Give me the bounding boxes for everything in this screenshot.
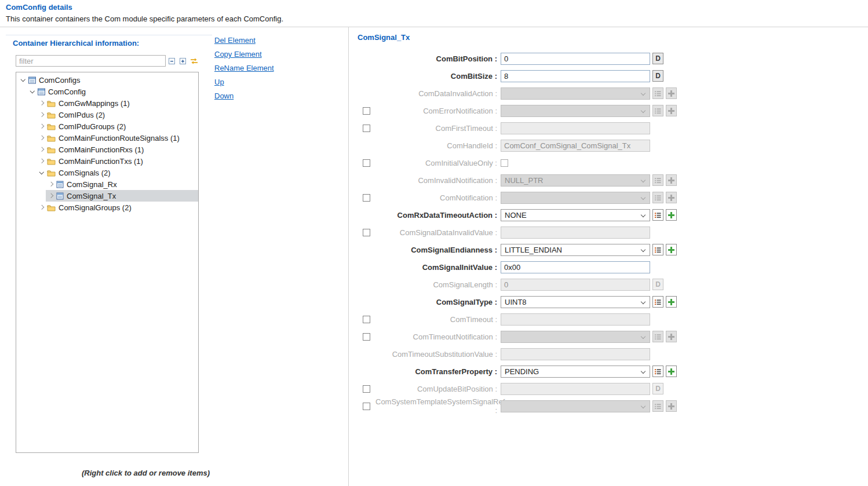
comtransferproperty-value: PENDING: [505, 367, 539, 376]
comsignalendianness-add-icon[interactable]: [666, 244, 677, 255]
comsignaltype-select[interactable]: UINT8: [501, 296, 650, 308]
comfirsttimeout-enable-checkbox[interactable]: [363, 125, 370, 132]
tree-item-comsignals-2[interactable]: ComSignals (2): [16, 167, 198, 178]
copy-element-link[interactable]: Copy Element: [214, 50, 262, 59]
field-row-comhandleid: ComHandleId :: [363, 137, 865, 154]
tree-item-commainfunctionrxs-1[interactable]: ComMainFunctionRxs (1): [16, 144, 198, 155]
filter-input[interactable]: [16, 55, 166, 67]
field-row-comupdatebitposition: ComUpdateBitPosition :D: [363, 380, 865, 397]
comnotification-label: ComNotification :: [375, 193, 497, 202]
combitposition-input[interactable]: [501, 53, 650, 65]
comtimeout-enable-checkbox[interactable]: [363, 316, 370, 323]
tree-item-body: ComGwMappings (1): [37, 97, 198, 109]
folder-icon: [47, 111, 56, 119]
cominitialvalueonly-enable-checkbox[interactable]: [363, 159, 370, 167]
comfirsttimeout-label: ComFirstTimeout :: [375, 124, 497, 133]
chevron-right-icon[interactable]: [37, 206, 46, 209]
combitsize-default-button[interactable]: D: [652, 70, 663, 82]
chevron-right-icon[interactable]: [37, 101, 46, 105]
chevron-down-icon[interactable]: [19, 79, 27, 81]
tree-item-comsignalgroups-2[interactable]: ComSignalGroups (2): [16, 202, 198, 213]
chevron-down-icon: [641, 299, 645, 304]
comrxdatatimeoutaction-select[interactable]: NONE: [501, 209, 650, 221]
chevron-right-icon[interactable]: [46, 194, 55, 198]
field-row-comrxdatatimeoutaction: ComRxDataTimeoutAction :NONE: [363, 206, 865, 224]
comrxdatatimeoutaction-add-icon[interactable]: [666, 209, 677, 221]
checkbox-cell: [363, 194, 375, 202]
tree-item-commainfunctionroutesignalss-1[interactable]: ComMainFunctionRouteSignalss (1): [16, 132, 198, 144]
comtimeoutnotification-select: [501, 331, 650, 343]
checkbox-cell: [363, 229, 375, 236]
comdatainvalidaction-list-icon: [652, 87, 663, 99]
tree-item-comsignal-tx[interactable]: ComSignal_Tx: [16, 190, 198, 202]
comtransferproperty-add-icon[interactable]: [666, 366, 677, 377]
comtransferproperty-select[interactable]: PENDING: [501, 366, 650, 378]
comsystemtemplatesystemsignalref-label: ComSystemTemplateSystemSignalRef :: [375, 397, 497, 415]
module-icon: [28, 76, 36, 84]
tree-item-comconfig[interactable]: ComConfig: [16, 86, 198, 97]
combitsize-input[interactable]: [501, 70, 650, 82]
rename-element-link[interactable]: ReName Element: [214, 64, 274, 72]
tree-indent: [16, 167, 37, 178]
tree-item-comsignal-rx[interactable]: ComSignal_Rx: [16, 178, 198, 190]
comsignalendianness-select[interactable]: LITTLE_ENDIAN: [501, 244, 650, 256]
comsystemtemplatesystemsignalref-enable-checkbox[interactable]: [363, 403, 370, 410]
combitsize-label: ComBitSize :: [375, 72, 497, 81]
comnotification-enable-checkbox[interactable]: [363, 194, 370, 202]
tree-item-comconfigs[interactable]: ComConfigs: [16, 74, 198, 86]
comupdatebitposition-enable-checkbox[interactable]: [363, 385, 370, 393]
comsignaltype-list-icon[interactable]: [652, 296, 663, 308]
chevron-down-icon: [641, 195, 645, 199]
comtimeoutnotification-list-icon: [652, 331, 663, 342]
comtransferproperty-list-icon[interactable]: [652, 366, 663, 377]
combitposition-default-button[interactable]: D: [652, 53, 663, 64]
collapse-all-icon[interactable]: [167, 56, 177, 66]
chevron-right-icon[interactable]: [37, 136, 46, 140]
chevron-right-icon[interactable]: [37, 159, 46, 163]
tree-item-label: ComSignal_Tx: [67, 192, 116, 200]
chevron-right-icon[interactable]: [37, 113, 46, 116]
chevron-right-icon[interactable]: [37, 148, 46, 151]
comsignallength-input: [501, 279, 650, 291]
chevron-right-icon[interactable]: [37, 125, 46, 128]
comsignaltype-add-icon[interactable]: [666, 296, 677, 308]
comerrornotification-enable-checkbox[interactable]: [363, 107, 370, 115]
comtimeoutsubstitutionvalue-label: ComTimeoutSubstitutionValue :: [375, 350, 497, 359]
tree-indent: [16, 144, 37, 155]
checkbox-cell: [363, 316, 375, 323]
field-row-comsignalendianness: ComSignalEndianness :LITTLE_ENDIAN: [363, 241, 865, 258]
tree-item-comipdugroups-2[interactable]: ComIPduGroups (2): [16, 120, 198, 132]
comrxdatatimeoutaction-list-icon[interactable]: [652, 209, 663, 221]
field-row-comerrornotification: ComErrorNotification :: [363, 102, 865, 119]
comtimeoutnotification-label: ComTimeoutNotification :: [375, 332, 497, 341]
chevron-down-icon[interactable]: [28, 90, 37, 93]
comsignaldatainvalidvalue-input: [501, 226, 650, 239]
del-element-link[interactable]: Del Element: [214, 36, 256, 45]
comsignalinitvalue-label: ComSignalInitValue :: [375, 263, 497, 272]
comsignaldatainvalidvalue-enable-checkbox[interactable]: [363, 229, 370, 236]
page-subtitle: This container containers the Com module…: [6, 14, 283, 23]
chevron-right-icon[interactable]: [46, 182, 55, 186]
comsignaldatainvalidvalue-label: ComSignalDataInvalidValue :: [375, 228, 497, 237]
checkbox-cell: [363, 125, 375, 132]
chevron-down-icon: [641, 403, 645, 408]
field-row-comsignaltype: ComSignalType :UINT8: [363, 293, 865, 310]
tree-item-comipdus-2[interactable]: ComIPdus (2): [16, 109, 198, 120]
comsignaltype-value: UINT8: [505, 298, 527, 306]
tree-item-label: ComGwMappings (1): [59, 99, 130, 108]
link-with-editor-icon[interactable]: [189, 56, 199, 66]
down-link[interactable]: Down: [214, 92, 234, 100]
comsignalendianness-list-icon[interactable]: [652, 244, 663, 255]
cominitialvalueonly-value-checkbox: [501, 159, 508, 167]
tree-item-comgwmappings-1[interactable]: ComGwMappings (1): [16, 97, 198, 109]
control-cell: NULL_PTR: [501, 174, 865, 187]
comsignallength-default-button: D: [652, 279, 663, 290]
expand-all-icon[interactable]: [178, 56, 188, 66]
comtimeoutnotification-enable-checkbox[interactable]: [363, 333, 370, 341]
comsignalinitvalue-input[interactable]: [501, 261, 650, 273]
up-link[interactable]: Up: [214, 78, 224, 86]
chevron-down-icon[interactable]: [37, 171, 46, 174]
tree-item-commainfunctiontxs-1[interactable]: ComMainFunctionTxs (1): [16, 155, 198, 167]
cominitialvalueonly-label: ComInitialValueOnly :: [375, 159, 497, 167]
control-cell: [501, 261, 865, 273]
